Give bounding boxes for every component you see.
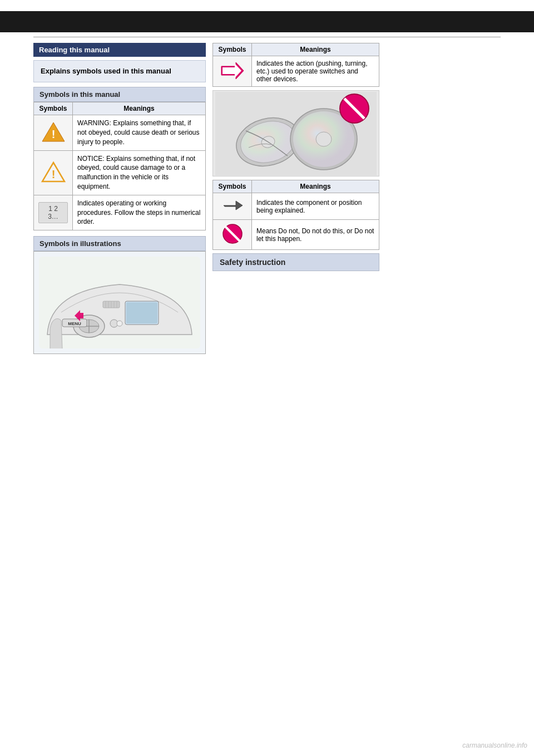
left-column: Reading this manual Explains symbols use… (33, 43, 206, 354)
warning-solid-icon: ! (41, 121, 66, 143)
content-area: Reading this manual Explains symbols use… (0, 43, 534, 354)
safety-instruction-heading: Safety instruction (212, 253, 379, 271)
cd-svg (215, 92, 377, 175)
warning-outline-icon: ! (41, 161, 66, 183)
explain-symbols-box: Explains symbols used in this manual (33, 60, 206, 82)
no-symbol-icon-cell (213, 220, 252, 250)
cd-illustration (212, 90, 379, 176)
symbols-illustrations-subheading: Symbols in illustrations (33, 236, 206, 251)
arrow-point-icon (220, 197, 245, 216)
svg-rect-10 (126, 302, 157, 323)
arrow-right-hollow-icon (219, 60, 246, 83)
svg-text:MENU: MENU (68, 321, 81, 326)
warning-solid-meaning: WARNING: Explains something that, if not… (73, 115, 206, 150)
top-bar (0, 11, 534, 32)
table-row: Means Do not, Do not do this, or Do not … (213, 220, 379, 250)
component-position-meaning: Indicates the component or position bein… (252, 193, 379, 220)
svg-text:!: ! (51, 168, 55, 180)
symbols-manual-table: Symbols Meanings ! (33, 102, 206, 230)
col-header-meanings: Meanings (73, 102, 206, 115)
numbers-icon-cell: 1 2 3… (34, 195, 73, 230)
table-row: ! WARNING: Explains something that, if n… (34, 115, 206, 150)
table-row: Indicates the action (pushing, turning, … (213, 56, 379, 87)
watermark: carmanualsonline.info (462, 742, 527, 749)
operating-procedures-meaning: Indicates operating or working procedure… (73, 195, 206, 230)
warning-solid-icon-cell: ! (34, 115, 73, 150)
arrow-right-hollow-icon-cell (213, 56, 252, 87)
arrow-point-icon-cell (213, 193, 252, 220)
svg-text:!: ! (51, 128, 55, 140)
right-col-header-symbols-2: Symbols (213, 180, 252, 193)
right-symbols-table-2: Symbols Meanings (212, 180, 379, 250)
right-symbols-table-1: Symbols Meanings (212, 43, 379, 87)
right-column: Symbols Meanings (212, 43, 379, 354)
table-row: Indicates the component or position bein… (213, 193, 379, 220)
right-col-header-meanings-1: Meanings (252, 43, 379, 56)
symbols-manual-subheading: Symbols in this manual (33, 87, 206, 102)
col-header-symbols: Symbols (34, 102, 73, 115)
reading-manual-heading: Reading this manual (33, 43, 206, 57)
svg-point-31 (316, 132, 332, 146)
table-row: 1 2 3… Indicates operating or working pr… (34, 195, 206, 230)
dashboard-illustration: MENU (33, 251, 206, 354)
right-col-header-meanings-2: Meanings (252, 180, 379, 193)
numbers-icon: 1 2 3… (38, 202, 68, 223)
svg-point-15 (117, 321, 122, 326)
notice-meaning: NOTICE: Explains something that, if not … (73, 150, 206, 195)
arrow-right-meaning: Indicates the action (pushing, turning, … (252, 56, 379, 87)
warning-outline-icon-cell: ! (34, 150, 73, 195)
table-row: ! NOTICE: Explains something that, if no… (34, 150, 206, 195)
right-col-header-symbols-1: Symbols (213, 43, 252, 56)
do-not-meaning: Means Do not, Do not do this, or Do not … (252, 220, 379, 250)
no-symbol-icon (222, 223, 243, 246)
top-rule (33, 37, 501, 37)
symbols-illustrations-section: Symbols in illustrations (33, 236, 206, 354)
dashboard-svg: MENU (39, 257, 200, 348)
